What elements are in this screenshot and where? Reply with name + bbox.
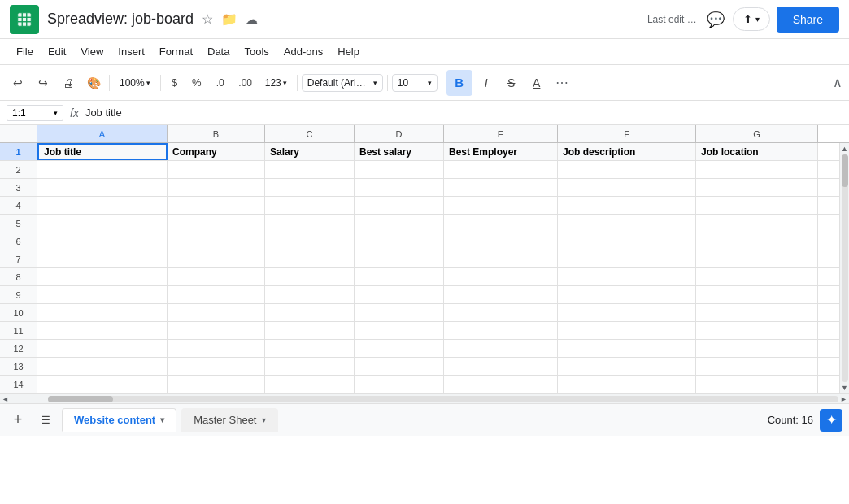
cell-e4[interactable]	[444, 197, 558, 214]
cell-f12[interactable]	[558, 340, 696, 357]
cell-e1[interactable]: Best Employer	[444, 143, 558, 160]
tab-website-content[interactable]: Website content ▾	[62, 408, 176, 432]
row-num-5[interactable]: 5	[0, 215, 37, 232]
cell-e7[interactable]	[444, 250, 558, 267]
row-num-9[interactable]: 9	[0, 286, 37, 304]
row-num-11[interactable]: 11	[0, 322, 37, 340]
row-num-8[interactable]: 8	[0, 268, 37, 286]
cell-f4[interactable]	[558, 197, 696, 214]
folder-icon[interactable]: 📁	[221, 11, 237, 27]
cell-d10[interactable]	[355, 304, 444, 321]
menu-tools[interactable]: Tools	[237, 42, 275, 61]
cell-c2[interactable]	[265, 161, 355, 178]
row-num-4[interactable]: 4	[0, 197, 37, 215]
cell-a1[interactable]: Job title	[37, 143, 168, 160]
cell-g1[interactable]: Job location	[696, 143, 818, 160]
cell-c11[interactable]	[265, 322, 355, 339]
cell-a3[interactable]	[37, 179, 168, 196]
cell-a2[interactable]	[37, 161, 168, 178]
h-scrollbar-track[interactable]	[48, 396, 838, 402]
cell-e11[interactable]	[444, 322, 558, 339]
cell-b7[interactable]	[168, 250, 265, 267]
cell-a12[interactable]	[37, 340, 168, 357]
cell-c14[interactable]	[265, 376, 355, 393]
explore-button[interactable]: ✦	[820, 409, 842, 432]
tab-master-sheet[interactable]: Master Sheet ▾	[181, 408, 277, 432]
cell-c3[interactable]	[265, 179, 355, 196]
cell-e5[interactable]	[444, 215, 558, 232]
cell-f3[interactable]	[558, 179, 696, 196]
cell-b8[interactable]	[168, 268, 265, 285]
cell-f10[interactable]	[558, 304, 696, 321]
collapse-toolbar-button[interactable]: ∧	[833, 75, 842, 90]
col-header-c[interactable]: C	[265, 125, 355, 142]
cell-b6[interactable]	[168, 232, 265, 250]
h-scrollbar-thumb[interactable]	[48, 396, 113, 402]
cell-d12[interactable]	[355, 340, 444, 357]
cell-a8[interactable]	[37, 268, 168, 285]
cell-a10[interactable]	[37, 304, 168, 321]
cell-g5[interactable]	[696, 215, 818, 232]
col-header-e[interactable]: E	[444, 125, 558, 142]
cell-reference[interactable]: 1:1 ▾	[7, 105, 63, 121]
row-num-10[interactable]: 10	[0, 304, 37, 322]
menu-insert[interactable]: Insert	[111, 42, 151, 61]
h-scroll-right-button[interactable]: ►	[840, 395, 847, 403]
font-size-select[interactable]: 10 ▾	[392, 74, 438, 92]
zoom-select[interactable]: 100% ▾	[114, 75, 156, 91]
cell-d3[interactable]	[355, 179, 444, 196]
undo-button[interactable]: ↩	[7, 72, 29, 94]
print-button[interactable]: 🖨	[57, 72, 80, 94]
more-formats-button[interactable]: ⋯	[551, 72, 573, 94]
cell-a9[interactable]	[37, 286, 168, 303]
cell-e9[interactable]	[444, 286, 558, 303]
cell-b5[interactable]	[168, 215, 265, 232]
cell-d14[interactable]	[355, 376, 444, 393]
cell-e10[interactable]	[444, 304, 558, 321]
star-icon[interactable]: ☆	[202, 11, 213, 27]
decimal-increase-button[interactable]: .00	[234, 72, 257, 94]
cell-c13[interactable]	[265, 358, 355, 375]
cell-g8[interactable]	[696, 268, 818, 285]
redo-button[interactable]: ↪	[32, 72, 54, 94]
menu-file[interactable]: File	[10, 42, 40, 61]
cell-f8[interactable]	[558, 268, 696, 285]
cell-c4[interactable]	[265, 197, 355, 214]
menu-addons[interactable]: Add-ons	[277, 42, 329, 61]
cell-b3[interactable]	[168, 179, 265, 196]
h-scroll-left-button[interactable]: ◄	[2, 395, 9, 403]
v-scrollbar-track[interactable]	[842, 154, 848, 382]
scroll-down-button[interactable]: ▼	[841, 384, 848, 392]
row-num-12[interactable]: 12	[0, 340, 37, 358]
cell-e8[interactable]	[444, 268, 558, 285]
sheets-list-button[interactable]: ☰	[34, 409, 57, 432]
cell-d13[interactable]	[355, 358, 444, 375]
cell-g12[interactable]	[696, 340, 818, 357]
cell-g3[interactable]	[696, 179, 818, 196]
cell-d5[interactable]	[355, 215, 444, 232]
cell-f7[interactable]	[558, 250, 696, 267]
cell-c5[interactable]	[265, 215, 355, 232]
cell-a7[interactable]	[37, 250, 168, 267]
cell-d11[interactable]	[355, 322, 444, 339]
expand-button[interactable]: ⬆ ▾	[733, 7, 770, 31]
cell-g4[interactable]	[696, 197, 818, 214]
cell-f14[interactable]	[558, 376, 696, 393]
bold-button[interactable]: B	[446, 70, 472, 96]
cell-g7[interactable]	[696, 250, 818, 267]
cell-c1[interactable]: Salary	[265, 143, 355, 160]
cell-e6[interactable]	[444, 232, 558, 250]
menu-format[interactable]: Format	[153, 42, 199, 61]
cell-f1[interactable]: Job description	[558, 143, 696, 160]
menu-help[interactable]: Help	[331, 42, 366, 61]
row-num-14[interactable]: 14	[0, 376, 37, 393]
cell-b1[interactable]: Company	[168, 143, 265, 160]
cell-c12[interactable]	[265, 340, 355, 357]
cell-b12[interactable]	[168, 340, 265, 357]
cell-g6[interactable]	[696, 232, 818, 250]
share-button[interactable]: Share	[777, 7, 839, 33]
cell-g14[interactable]	[696, 376, 818, 393]
cell-c6[interactable]	[265, 232, 355, 250]
cell-g10[interactable]	[696, 304, 818, 321]
cell-a5[interactable]	[37, 215, 168, 232]
